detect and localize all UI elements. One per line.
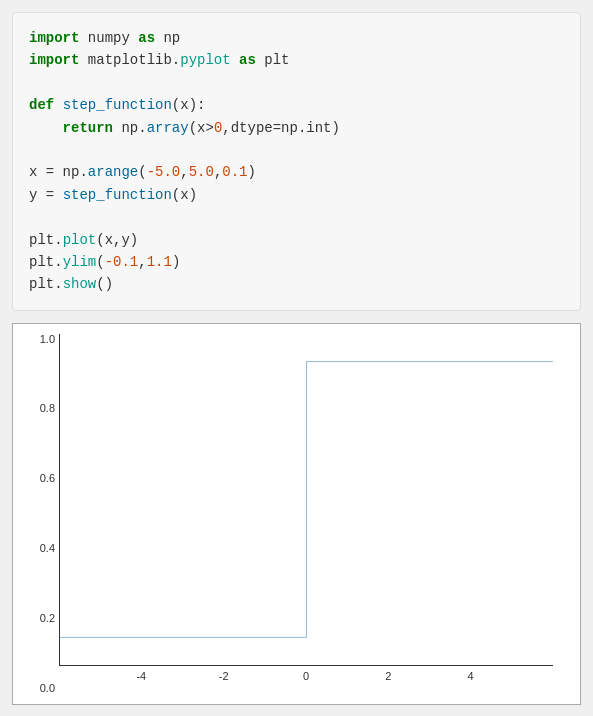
code-line	[29, 206, 564, 228]
code-token: -5.0	[147, 164, 181, 180]
code-token: ()	[96, 276, 113, 292]
code-token: -0.1	[105, 254, 139, 270]
code-line: def step_function(x):	[29, 94, 564, 116]
code-token: import	[29, 30, 79, 46]
y-axis-label: 0.4	[23, 543, 59, 554]
code-token: (x>	[189, 120, 214, 136]
code-token: (	[138, 164, 146, 180]
code-line: import numpy as np	[29, 27, 564, 49]
y-axis-label: 0.6	[23, 473, 59, 484]
code-token: arange	[88, 164, 138, 180]
code-token: show	[63, 276, 97, 292]
code-token: .	[54, 232, 62, 248]
code-token: plt	[29, 254, 54, 270]
code-token: ylim	[63, 254, 97, 270]
code-token: ,	[180, 164, 188, 180]
code-token	[29, 120, 63, 136]
step-function-graph	[60, 334, 553, 665]
x-axis-label: -4	[136, 670, 146, 682]
code-line	[29, 72, 564, 94]
x-axis-label: 2	[385, 670, 391, 682]
code-token: matplotlib.	[79, 52, 180, 68]
code-token: .	[54, 276, 62, 292]
code-line: plt.ylim(-0.1,1.1)	[29, 251, 564, 273]
code-line: x = np.arange(-5.0,5.0,0.1)	[29, 161, 564, 183]
code-editor: import numpy as npimport matplotlib.pypl…	[12, 12, 581, 311]
code-token: return	[63, 120, 113, 136]
code-line: return np.array(x>0,dtype=np.int)	[29, 117, 564, 139]
code-token: step_function	[63, 187, 172, 203]
code-token: ,dtype=np.int)	[222, 120, 340, 136]
x-axis-labels: -4-2024	[59, 666, 553, 694]
y-axis-label: 1.0	[23, 334, 59, 345]
code-token: (	[96, 254, 104, 270]
code-line	[29, 139, 564, 161]
code-token: pyplot	[180, 52, 230, 68]
code-token: def	[29, 97, 54, 113]
code-token	[231, 52, 239, 68]
code-token: = np.	[37, 164, 87, 180]
code-token: (x,y)	[96, 232, 138, 248]
x-axis-label: 4	[468, 670, 474, 682]
code-token	[54, 97, 62, 113]
code-token: 0.1	[222, 164, 247, 180]
chart-container: 1.00.80.60.40.20.0 -4-2024	[12, 323, 581, 705]
code-token: as	[239, 52, 256, 68]
code-line: y = step_function(x)	[29, 184, 564, 206]
y-axis-label: 0.8	[23, 403, 59, 414]
code-token: (x)	[172, 187, 197, 203]
code-token: .	[54, 254, 62, 270]
plot-area	[59, 334, 553, 666]
y-axis-label: 0.2	[23, 613, 59, 624]
code-token: 5.0	[189, 164, 214, 180]
code-token: np.	[113, 120, 147, 136]
code-token: plt	[29, 276, 54, 292]
code-token: =	[37, 187, 62, 203]
code-token: 1.1	[147, 254, 172, 270]
y-axis-labels: 1.00.80.60.40.20.0	[23, 334, 59, 694]
code-token: step_function	[63, 97, 172, 113]
code-token: (x):	[172, 97, 206, 113]
code-token: as	[138, 30, 155, 46]
code-token: numpy	[79, 30, 138, 46]
code-token: plot	[63, 232, 97, 248]
x-axis-label: -2	[219, 670, 229, 682]
code-token: np	[155, 30, 180, 46]
code-token: plt	[29, 232, 54, 248]
code-token: import	[29, 52, 79, 68]
code-token: )	[172, 254, 180, 270]
code-token: ,	[138, 254, 146, 270]
code-line: plt.plot(x,y)	[29, 229, 564, 251]
code-token: plt	[256, 52, 290, 68]
chart-inner: 1.00.80.60.40.20.0 -4-2024	[23, 334, 553, 694]
x-axis-label: 0	[303, 670, 309, 682]
code-token: array	[147, 120, 189, 136]
y-axis-label: 0.0	[23, 683, 59, 694]
code-line: plt.show()	[29, 273, 564, 295]
code-line: import matplotlib.pyplot as plt	[29, 49, 564, 71]
code-token: )	[248, 164, 256, 180]
